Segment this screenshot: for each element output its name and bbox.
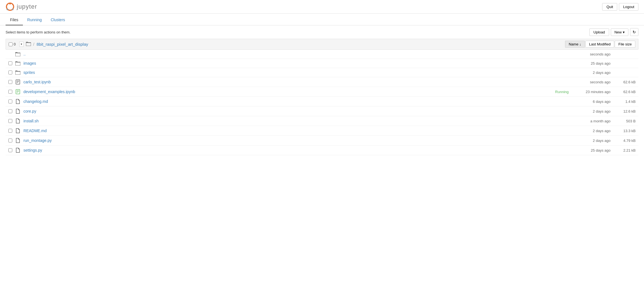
file-row-right: 25 days ago 2.21 kB <box>552 148 636 152</box>
file-row-left: settings.py <box>8 148 552 153</box>
sort-modified-button[interactable]: Last Modified <box>585 41 614 48</box>
table-row: settings.py 25 days ago 2.21 kB <box>6 146 638 155</box>
row-checkbox[interactable] <box>8 80 12 84</box>
file-modified: 25 days ago <box>574 148 611 152</box>
file-row-right: 2 days ago 4.79 kB <box>552 139 636 143</box>
table-row: development_examples.ipynb Running 23 mi… <box>6 87 638 97</box>
tab-running[interactable]: Running <box>23 15 46 25</box>
table-row: changelog.md 6 days ago 1.4 kB <box>6 97 638 106</box>
file-row-right: 6 days ago 1.4 kB <box>552 100 636 104</box>
file-row-right: 2 days ago <box>552 71 636 75</box>
file-row-left: README.md <box>8 128 552 133</box>
svg-point-1 <box>9 3 11 4</box>
toolbar: Select items to perform actions on them.… <box>0 25 644 39</box>
row-checkbox[interactable] <box>8 100 12 103</box>
quit-button[interactable]: Quit <box>602 3 617 11</box>
row-checkbox[interactable] <box>8 148 12 152</box>
refresh-button[interactable]: ↻ <box>630 28 638 36</box>
file-modified: seconds ago <box>574 52 611 56</box>
row-checkbox[interactable] <box>8 139 12 142</box>
file-size: 2.21 kB <box>616 148 636 152</box>
table-row: README.md 2 days ago 13.3 kB <box>6 126 638 136</box>
new-label: New <box>614 30 622 34</box>
breadcrumb-path[interactable]: 8bit_raspi_pixel_art_display <box>37 42 88 47</box>
app-title: jupyter <box>17 3 37 10</box>
file-modified: 2 days ago <box>574 139 611 143</box>
logout-button[interactable]: Logout <box>619 3 638 11</box>
tab-clusters[interactable]: Clusters <box>46 15 69 25</box>
file-link[interactable]: install.sh <box>23 119 39 123</box>
svg-point-2 <box>7 9 8 10</box>
row-checkbox[interactable] <box>8 109 12 113</box>
sort-name-button[interactable]: Name ↓ <box>565 41 585 48</box>
file-link[interactable]: sprites <box>23 70 35 75</box>
file-row-left: changelog.md <box>8 99 552 104</box>
file-row-right: a month ago 503 B <box>552 119 636 123</box>
file-icon <box>15 99 21 104</box>
toolbar-right: Upload New ▾ ↻ <box>589 28 638 36</box>
file-icon <box>15 109 21 114</box>
new-dropdown-icon: ▾ <box>623 30 625 34</box>
file-row-right: seconds ago 62.6 kB <box>552 80 636 84</box>
file-row-right: 2 days ago 12.6 kB <box>552 109 636 113</box>
notebook-icon <box>15 79 21 84</box>
folder-icon <box>15 52 21 56</box>
file-modified: a month ago <box>574 119 611 123</box>
file-row-right: 25 days ago <box>552 61 636 66</box>
row-checkbox[interactable] <box>8 90 12 94</box>
row-checkbox[interactable] <box>8 129 12 133</box>
select-all-checkbox[interactable] <box>9 42 13 46</box>
file-link[interactable]: README.md <box>23 128 47 133</box>
file-size: 13.3 kB <box>616 129 636 133</box>
svg-rect-7 <box>15 71 20 75</box>
file-row-left: .. <box>8 52 552 56</box>
file-link[interactable]: .. <box>23 52 26 56</box>
tabs-row: Files Running Clusters <box>0 15 644 25</box>
new-button[interactable]: New ▾ <box>611 28 628 36</box>
header-buttons: Quit Logout <box>602 3 638 11</box>
file-size: 1.4 kB <box>616 100 636 104</box>
select-dropdown-icon[interactable]: ▾ <box>19 42 24 47</box>
row-checkbox[interactable] <box>8 61 12 65</box>
svg-rect-12 <box>16 89 20 94</box>
row-checkbox[interactable] <box>8 71 12 74</box>
notebook-icon <box>15 89 21 94</box>
folder-icon <box>15 70 21 75</box>
table-row: run_montage.py 2 days ago 4.79 kB <box>6 136 638 146</box>
file-size: 503 B <box>616 119 636 123</box>
file-size: 4.79 kB <box>616 139 636 143</box>
file-modified: 6 days ago <box>574 100 611 104</box>
file-modified: 2 days ago <box>574 129 611 133</box>
table-row: sprites 2 days ago <box>6 68 638 77</box>
file-row-left: sprites <box>8 70 552 75</box>
file-rows: .. seconds ago images 25 days ago <box>6 50 638 155</box>
table-row: .. seconds ago <box>6 50 638 59</box>
upload-button[interactable]: Upload <box>589 28 609 36</box>
file-icon <box>15 128 21 133</box>
sort-size-button[interactable]: File size <box>615 41 635 48</box>
file-row-left: images <box>8 61 552 66</box>
tab-files[interactable]: Files <box>6 15 23 25</box>
folder-icon <box>26 42 31 47</box>
file-row-right: 2 days ago 13.3 kB <box>552 129 636 133</box>
toolbar-hint: Select items to perform actions on them. <box>6 30 71 34</box>
item-count: 0 <box>14 42 18 46</box>
file-link[interactable]: settings.py <box>23 148 42 152</box>
jupyter-logo-icon <box>6 2 15 11</box>
file-modified: 2 days ago <box>574 109 611 113</box>
file-link[interactable]: development_examples.ipynb <box>23 89 75 94</box>
folder-icon <box>15 61 21 66</box>
breadcrumb-area: 0 ▾ / 8bit_raspi_pixel_art_display <box>9 42 565 47</box>
svg-point-3 <box>12 9 14 10</box>
breadcrumb-separator: / <box>33 42 34 47</box>
file-link[interactable]: run_montage.py <box>23 138 52 143</box>
file-link[interactable]: carlo_test.ipynb <box>23 80 51 84</box>
file-size: 62.6 kB <box>616 90 636 94</box>
svg-rect-8 <box>16 80 20 84</box>
svg-rect-5 <box>15 53 20 56</box>
row-checkbox[interactable] <box>8 119 12 123</box>
file-link[interactable]: images <box>23 61 36 66</box>
file-link[interactable]: changelog.md <box>23 99 48 104</box>
file-link[interactable]: core.py <box>23 109 36 113</box>
file-modified: 2 days ago <box>574 71 611 75</box>
